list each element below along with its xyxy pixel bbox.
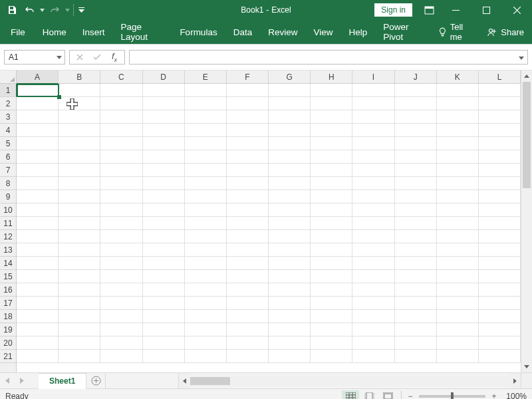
cell-H21[interactable] xyxy=(311,350,352,363)
cell-J12[interactable] xyxy=(395,230,437,243)
cell-G17[interactable] xyxy=(269,297,311,310)
cell-G5[interactable] xyxy=(269,137,311,150)
scroll-up-button[interactable] xyxy=(521,70,532,82)
cell-K12[interactable] xyxy=(437,230,479,243)
cell-K19[interactable] xyxy=(437,323,479,336)
cell-E17[interactable] xyxy=(185,297,227,310)
column-header-D[interactable]: D xyxy=(143,70,185,83)
cell-D7[interactable] xyxy=(143,164,185,177)
cell-L9[interactable] xyxy=(479,190,521,203)
column-header-E[interactable]: E xyxy=(185,70,227,83)
cell-G19[interactable] xyxy=(269,323,311,336)
cell-A20[interactable] xyxy=(17,336,59,350)
cell-B1[interactable] xyxy=(59,84,100,97)
cell-G11[interactable] xyxy=(269,217,311,230)
formula-input[interactable] xyxy=(129,50,528,65)
cell-B9[interactable] xyxy=(59,190,100,203)
cell-G21[interactable] xyxy=(269,350,311,363)
cell-B8[interactable] xyxy=(59,177,100,190)
cell-K4[interactable] xyxy=(437,124,479,137)
cell-F10[interactable] xyxy=(227,203,269,217)
cell-K10[interactable] xyxy=(437,203,479,217)
cell-K14[interactable] xyxy=(437,257,479,270)
cell-F4[interactable] xyxy=(227,124,269,137)
cell-I16[interactable] xyxy=(352,283,394,297)
cell-A12[interactable] xyxy=(17,230,59,243)
cell-L6[interactable] xyxy=(479,150,521,164)
cell-G10[interactable] xyxy=(269,203,311,217)
row-header-8[interactable]: 8 xyxy=(0,177,16,190)
cell-J8[interactable] xyxy=(395,177,437,190)
cell-B16[interactable] xyxy=(59,283,100,297)
row-header-7[interactable]: 7 xyxy=(0,164,16,177)
cell-B17[interactable] xyxy=(59,297,100,310)
row-header-21[interactable]: 21 xyxy=(0,350,16,363)
cell-C11[interactable] xyxy=(100,217,142,230)
cell-D13[interactable] xyxy=(143,243,185,257)
cell-J15[interactable] xyxy=(395,270,437,283)
scroll-left-button[interactable] xyxy=(179,373,190,388)
cell-K6[interactable] xyxy=(437,150,479,164)
cell-F5[interactable] xyxy=(227,137,269,150)
cell-D9[interactable] xyxy=(143,190,185,203)
cell-D6[interactable] xyxy=(143,150,185,164)
cell-A2[interactable] xyxy=(17,97,59,110)
cell-D19[interactable] xyxy=(143,323,185,336)
cell-L1[interactable] xyxy=(479,84,521,97)
tab-formulas[interactable]: Formulas xyxy=(172,20,225,44)
cell-D21[interactable] xyxy=(143,350,185,363)
row-header-14[interactable]: 14 xyxy=(0,257,16,270)
cell-L4[interactable] xyxy=(479,124,521,137)
redo-button[interactable] xyxy=(47,2,63,18)
worksheet-grid[interactable]: ABCDEFGHIJKL 123456789101112131415161718… xyxy=(0,70,532,372)
cell-H2[interactable] xyxy=(311,97,352,110)
row-header-17[interactable]: 17 xyxy=(0,297,16,310)
cell-G18[interactable] xyxy=(269,310,311,323)
cell-B20[interactable] xyxy=(59,336,100,350)
cell-G20[interactable] xyxy=(269,336,311,350)
vertical-scrollbar[interactable] xyxy=(521,70,532,372)
cell-A19[interactable] xyxy=(17,323,59,336)
cell-G9[interactable] xyxy=(269,190,311,203)
cell-I10[interactable] xyxy=(352,203,394,217)
sign-in-button[interactable]: Sign in xyxy=(374,3,412,17)
tab-insert[interactable]: Insert xyxy=(74,20,113,44)
cell-K13[interactable] xyxy=(437,243,479,257)
cell-G14[interactable] xyxy=(269,257,311,270)
save-button[interactable] xyxy=(4,2,20,18)
row-header-11[interactable]: 11 xyxy=(0,217,16,230)
tab-power-pivot[interactable]: Power Pivot xyxy=(375,20,432,44)
cell-B11[interactable] xyxy=(59,217,100,230)
cell-A4[interactable] xyxy=(17,124,59,137)
cell-D16[interactable] xyxy=(143,283,185,297)
cell-E14[interactable] xyxy=(185,257,227,270)
cell-L8[interactable] xyxy=(479,177,521,190)
cell-H8[interactable] xyxy=(311,177,352,190)
tab-home[interactable]: Home xyxy=(35,20,74,44)
sheet-tab-sheet1[interactable]: Sheet1 xyxy=(39,373,86,388)
cell-H10[interactable] xyxy=(311,203,352,217)
cell-A10[interactable] xyxy=(17,203,59,217)
cell-E19[interactable] xyxy=(185,323,227,336)
cell-B13[interactable] xyxy=(59,243,100,257)
cell-L16[interactable] xyxy=(479,283,521,297)
cell-I4[interactable] xyxy=(352,124,394,137)
row-header-3[interactable]: 3 xyxy=(0,110,16,124)
row-header-2[interactable]: 2 xyxy=(0,97,16,110)
cell-L10[interactable] xyxy=(479,203,521,217)
cell-L2[interactable] xyxy=(479,97,521,110)
undo-dropdown[interactable] xyxy=(39,2,45,18)
cell-K11[interactable] xyxy=(437,217,479,230)
cell-J7[interactable] xyxy=(395,164,437,177)
formula-expand[interactable] xyxy=(517,52,526,64)
cell-F1[interactable] xyxy=(227,84,269,97)
cell-L17[interactable] xyxy=(479,297,521,310)
cell-H16[interactable] xyxy=(311,283,352,297)
cell-C5[interactable] xyxy=(100,137,142,150)
cell-H15[interactable] xyxy=(311,270,352,283)
cell-I11[interactable] xyxy=(352,217,394,230)
cell-D2[interactable] xyxy=(143,97,185,110)
cell-A16[interactable] xyxy=(17,283,59,297)
cell-B18[interactable] xyxy=(59,310,100,323)
cell-E18[interactable] xyxy=(185,310,227,323)
